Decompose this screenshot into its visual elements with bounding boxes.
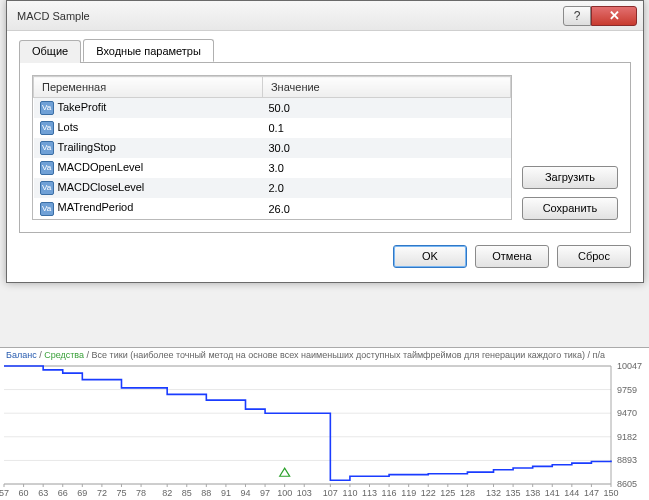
svg-text:8893: 8893 <box>617 455 637 465</box>
variable-name: Lots <box>58 121 79 133</box>
table-row[interactable]: VaMACDOpenLevel3.0 <box>34 158 511 178</box>
chart-header-desc: Все тики (наиболее точный метод на основ… <box>92 350 585 360</box>
svg-text:82: 82 <box>162 488 172 498</box>
svg-text:63: 63 <box>38 488 48 498</box>
svg-text:147: 147 <box>584 488 599 498</box>
dialog-body: Общие Входные параметры Переменная Значе… <box>7 31 643 282</box>
svg-text:60: 60 <box>19 488 29 498</box>
svg-text:110: 110 <box>342 488 357 498</box>
svg-text:57: 57 <box>0 488 9 498</box>
svg-text:78: 78 <box>136 488 146 498</box>
svg-text:135: 135 <box>506 488 521 498</box>
svg-text:103: 103 <box>297 488 312 498</box>
svg-text:69: 69 <box>77 488 87 498</box>
svg-text:72: 72 <box>97 488 107 498</box>
save-button[interactable]: Сохранить <box>522 197 618 220</box>
variable-value[interactable]: 26.0 <box>262 198 510 218</box>
tab-inputs[interactable]: Входные параметры <box>83 39 214 62</box>
svg-text:9470: 9470 <box>617 408 637 418</box>
variable-value[interactable]: 0.1 <box>262 118 510 138</box>
svg-text:125: 125 <box>440 488 455 498</box>
tab-general[interactable]: Общие <box>19 40 81 63</box>
variable-name: MACDOpenLevel <box>58 161 144 173</box>
svg-text:100: 100 <box>277 488 292 498</box>
svg-text:113: 113 <box>362 488 377 498</box>
balance-chart: 1004797599470918288938605576063666972757… <box>0 362 649 500</box>
svg-text:9759: 9759 <box>617 385 637 395</box>
col-value[interactable]: Значение <box>262 77 510 98</box>
variable-name: TrailingStop <box>58 141 116 153</box>
table-row[interactable]: VaLots0.1 <box>34 118 511 138</box>
svg-text:132: 132 <box>486 488 501 498</box>
svg-text:107: 107 <box>323 488 338 498</box>
tab-pane-inputs: Переменная Значение VaTakeProfit50.0VaLo… <box>19 63 631 233</box>
chart-header-funds: Средства <box>44 350 84 360</box>
svg-text:150: 150 <box>603 488 618 498</box>
close-button[interactable]: ✕ <box>591 6 637 26</box>
svg-text:122: 122 <box>421 488 436 498</box>
svg-text:144: 144 <box>564 488 579 498</box>
svg-text:88: 88 <box>201 488 211 498</box>
titlebar: MACD Sample ? ✕ <box>7 1 643 31</box>
svg-text:75: 75 <box>116 488 126 498</box>
tab-bar: Общие Входные параметры <box>19 39 631 63</box>
ok-button[interactable]: OK <box>393 245 467 268</box>
chart-header-suffix: п/а <box>593 350 605 360</box>
window-title: MACD Sample <box>17 10 563 22</box>
chart-header-balance: Баланс <box>6 350 37 360</box>
svg-text:141: 141 <box>545 488 560 498</box>
dialog-window: MACD Sample ? ✕ Общие Входные параметры … <box>6 0 644 283</box>
table-row[interactable]: VaMATrendPeriod26.0 <box>34 198 511 218</box>
svg-text:66: 66 <box>58 488 68 498</box>
variable-value[interactable]: 30.0 <box>262 138 510 158</box>
variable-icon: Va <box>40 101 54 115</box>
svg-text:85: 85 <box>182 488 192 498</box>
variable-value[interactable]: 3.0 <box>262 158 510 178</box>
variable-icon: Va <box>40 161 54 175</box>
variable-icon: Va <box>40 121 54 135</box>
variable-name: TakeProfit <box>58 101 107 113</box>
help-button[interactable]: ? <box>563 6 591 26</box>
svg-text:119: 119 <box>401 488 416 498</box>
variable-name: MACDCloseLevel <box>58 181 145 193</box>
col-variable[interactable]: Переменная <box>34 77 263 98</box>
side-buttons: Загрузить Сохранить <box>522 75 618 220</box>
variable-icon: Va <box>40 202 54 216</box>
svg-text:10047: 10047 <box>617 362 642 371</box>
svg-text:128: 128 <box>460 488 475 498</box>
svg-text:116: 116 <box>382 488 397 498</box>
bottom-buttons: OK Отмена Сброс <box>19 233 631 270</box>
variable-icon: Va <box>40 181 54 195</box>
chart-header: Баланс / Средства / Все тики (наиболее т… <box>0 348 649 362</box>
params-grid: Переменная Значение VaTakeProfit50.0VaLo… <box>32 75 512 220</box>
cancel-button[interactable]: Отмена <box>475 245 549 268</box>
chart-area: Баланс / Средства / Все тики (наиболее т… <box>0 347 649 500</box>
variable-icon: Va <box>40 141 54 155</box>
variable-name: MATrendPeriod <box>58 201 134 213</box>
table-row[interactable]: VaMACDCloseLevel2.0 <box>34 178 511 198</box>
svg-text:91: 91 <box>221 488 231 498</box>
variable-value[interactable]: 50.0 <box>262 98 510 119</box>
load-button[interactable]: Загрузить <box>522 166 618 189</box>
svg-text:97: 97 <box>260 488 270 498</box>
svg-text:8605: 8605 <box>617 479 637 489</box>
reset-button[interactable]: Сброс <box>557 245 631 268</box>
svg-text:9182: 9182 <box>617 432 637 442</box>
svg-text:138: 138 <box>525 488 540 498</box>
table-row[interactable]: VaTakeProfit50.0 <box>34 98 511 119</box>
variable-value[interactable]: 2.0 <box>262 178 510 198</box>
table-row[interactable]: VaTrailingStop30.0 <box>34 138 511 158</box>
svg-text:94: 94 <box>240 488 250 498</box>
